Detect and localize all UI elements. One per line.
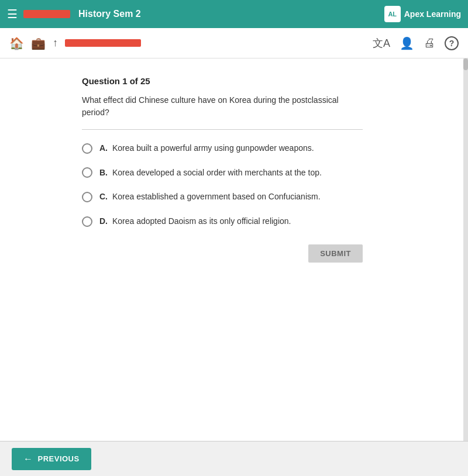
apex-logo-text: Apex Learning: [404, 9, 461, 19]
bottom-bar: ← PREVIOUS: [0, 441, 468, 476]
option-c-text: Korea established a government based on …: [112, 192, 321, 201]
option-b-text: Korea developed a social order with merc…: [112, 168, 322, 177]
breadcrumb-redacted: [65, 39, 141, 47]
top-navigation: ☰ History Sem 2 AL Apex Learning: [0, 0, 468, 28]
second-toolbar: 🏠 💼 ↑ 文A 👤 🖨 ?: [0, 28, 468, 58]
home-icon[interactable]: 🏠: [9, 36, 24, 50]
course-title: History Sem 2: [78, 9, 141, 19]
person-icon[interactable]: 👤: [400, 36, 414, 50]
option-d-letter: D.: [99, 216, 108, 226]
previous-button[interactable]: ← PREVIOUS: [12, 448, 91, 470]
divider: [82, 129, 363, 130]
redacted-course-name: [23, 10, 70, 18]
hamburger-menu-icon[interactable]: ☰: [7, 7, 18, 21]
question-text: What effect did Chinese culture have on …: [82, 94, 363, 119]
options-list: A. Korea built a powerful army using gun…: [82, 143, 445, 227]
radio-b[interactable]: [82, 167, 92, 178]
radio-d[interactable]: [82, 216, 92, 227]
option-a-letter: A.: [99, 143, 108, 153]
submit-button[interactable]: SUBMIT: [308, 244, 363, 263]
apex-logo-icon: AL: [384, 6, 401, 22]
question-header: Question 1 of 25: [82, 76, 445, 86]
list-item[interactable]: B. Korea developed a social order with m…: [82, 167, 445, 179]
option-b-letter: B.: [99, 168, 108, 177]
nav-left: ☰ History Sem 2: [7, 7, 141, 21]
submit-button-wrapper: SUBMIT: [82, 244, 363, 263]
option-a-label: A. Korea built a powerful army using gun…: [99, 143, 314, 154]
list-item[interactable]: A. Korea built a powerful army using gun…: [82, 143, 445, 154]
option-b-label: B. Korea developed a social order with m…: [99, 167, 322, 179]
help-icon[interactable]: ?: [445, 36, 459, 50]
option-d-text: Korea adopted Daoism as its only officia…: [112, 216, 291, 226]
scroll-thumb[interactable]: [463, 58, 468, 70]
previous-arrow-icon: ←: [23, 454, 33, 464]
radio-c[interactable]: [82, 192, 92, 202]
briefcase-icon[interactable]: 💼: [31, 36, 46, 50]
toolbar-right: 文A 👤 🖨 ?: [373, 36, 459, 50]
radio-a[interactable]: [82, 143, 92, 154]
toolbar-left: 🏠 💼 ↑: [9, 36, 141, 50]
option-c-letter: C.: [99, 192, 108, 201]
translate-icon[interactable]: 文A: [373, 36, 390, 50]
back-up-icon[interactable]: ↑: [53, 37, 58, 49]
previous-button-label: PREVIOUS: [38, 454, 80, 463]
list-item[interactable]: C. Korea established a government based …: [82, 191, 445, 203]
print-icon[interactable]: 🖨: [424, 36, 435, 50]
option-d-label: D. Korea adopted Daoism as its only offi…: [99, 216, 291, 227]
option-a-text: Korea built a powerful army using gunpow…: [112, 143, 314, 153]
main-content: Question 1 of 25 What effect did Chinese…: [0, 58, 468, 441]
list-item[interactable]: D. Korea adopted Daoism as its only offi…: [82, 216, 445, 227]
option-c-label: C. Korea established a government based …: [99, 191, 321, 203]
scrollbar[interactable]: [463, 58, 468, 441]
apex-logo: AL Apex Learning: [384, 6, 461, 22]
